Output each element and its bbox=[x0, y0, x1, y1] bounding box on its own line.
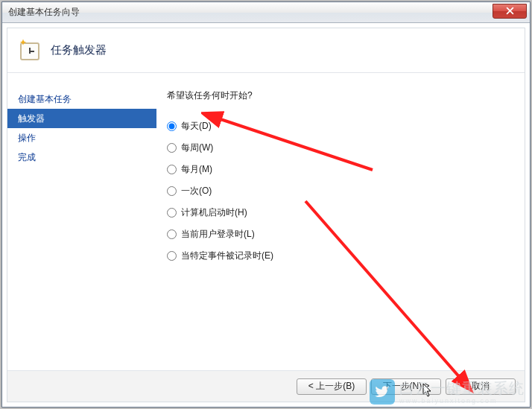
radio-event[interactable] bbox=[167, 251, 177, 261]
option-label: 每天(D) bbox=[181, 120, 212, 133]
option-startup[interactable]: 计算机启动时(H) bbox=[167, 202, 525, 223]
trigger-prompt: 希望该任务何时开始? bbox=[167, 89, 525, 102]
option-label: 当前用户登录时(L) bbox=[181, 228, 255, 241]
next-button[interactable]: 下一步(N) > bbox=[371, 378, 441, 395]
radio-monthly[interactable] bbox=[167, 165, 177, 174]
option-monthly[interactable]: 每月(M) bbox=[167, 159, 525, 180]
wizard-body: 创建基本任务 触发器 操作 完成 希望该任务何时开始? 每天(D) 每周(W) bbox=[7, 73, 525, 370]
option-label: 计算机启动时(H) bbox=[181, 206, 247, 219]
wizard-steps: 创建基本任务 触发器 操作 完成 bbox=[7, 73, 156, 370]
wizard-window: 创建基本任务向导 任务触发器 创建基本任务 触发器 操作 完成 bbox=[1, 1, 531, 408]
step-trigger[interactable]: 触发器 bbox=[7, 109, 156, 128]
back-button[interactable]: < 上一步(B) bbox=[297, 378, 367, 395]
radio-weekly[interactable] bbox=[167, 143, 177, 153]
radio-once[interactable] bbox=[167, 186, 177, 196]
cancel-button[interactable]: 取消 bbox=[446, 378, 516, 395]
option-once[interactable]: 一次(O) bbox=[167, 180, 525, 202]
close-icon bbox=[506, 7, 514, 15]
option-event[interactable]: 当特定事件被记录时(E) bbox=[167, 245, 525, 267]
radio-daily[interactable] bbox=[167, 121, 177, 131]
step-finish[interactable]: 完成 bbox=[7, 148, 156, 167]
radio-logon[interactable] bbox=[167, 229, 177, 239]
radio-startup[interactable] bbox=[167, 208, 177, 218]
option-label: 每周(W) bbox=[181, 142, 213, 154]
wizard-content: 希望该任务何时开始? 每天(D) 每周(W) 每月(M) bbox=[156, 73, 525, 370]
option-label: 当特定事件被记录时(E) bbox=[181, 250, 273, 262]
step-action[interactable]: 操作 bbox=[7, 128, 156, 148]
option-label: 一次(O) bbox=[181, 185, 212, 197]
page-title: 任务触发器 bbox=[51, 43, 107, 57]
wizard-footer: < 上一步(B) 下一步(N) > 取消 bbox=[7, 370, 525, 402]
task-scheduler-icon bbox=[18, 39, 42, 63]
close-button[interactable] bbox=[493, 4, 527, 19]
step-create-basic-task[interactable]: 创建基本任务 bbox=[7, 89, 156, 109]
option-weekly[interactable]: 每周(W) bbox=[167, 137, 525, 159]
titlebar: 创建基本任务向导 bbox=[2, 2, 530, 23]
wizard-header: 任务触发器 bbox=[7, 28, 525, 73]
trigger-options: 每天(D) 每周(W) 每月(M) 一次(O) bbox=[167, 115, 525, 267]
option-logon[interactable]: 当前用户登录时(L) bbox=[167, 223, 525, 245]
option-daily[interactable]: 每天(D) bbox=[167, 115, 525, 137]
option-label: 每月(M) bbox=[181, 163, 212, 176]
window-title: 创建基本任务向导 bbox=[8, 6, 80, 19]
wizard-panel: 任务触发器 创建基本任务 触发器 操作 完成 希望该任务何时开始? 每天(D) bbox=[7, 28, 525, 402]
